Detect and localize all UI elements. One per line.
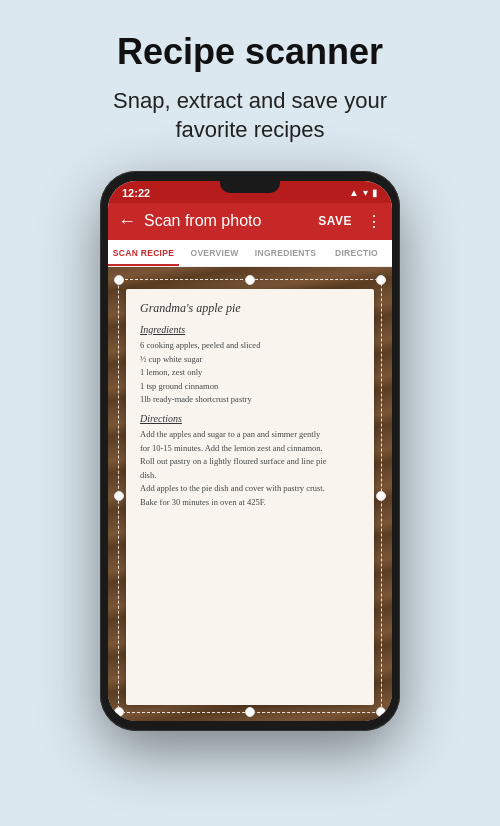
status-icons: ▲ ▾ ▮ (349, 187, 378, 198)
corner-handle-tl[interactable] (114, 275, 124, 285)
more-menu-button[interactable]: ⋮ (366, 212, 382, 231)
corner-handle-ml[interactable] (114, 491, 124, 501)
wifi-icon: ▾ (363, 187, 368, 198)
tab-ingredients[interactable]: INGREDIENTS (250, 240, 321, 266)
tab-scan-recipe[interactable]: SCAN RECIPE (108, 240, 179, 266)
phone-mockup: 12:22 ▲ ▾ ▮ ← Scan from photo SAVE ⋮ SCA… (100, 171, 400, 731)
corner-handle-bl[interactable] (114, 707, 124, 717)
scan-area: Grandma's apple pie Ingredients 6 cookin… (108, 267, 392, 721)
page-title: Recipe scanner (113, 32, 387, 72)
app-bar: ← Scan from photo SAVE ⋮ (108, 203, 392, 240)
phone-notch (220, 181, 280, 193)
tabs-bar: SCAN RECIPE OVERVIEW INGREDIENTS DIRECTI… (108, 240, 392, 267)
back-button[interactable]: ← (118, 211, 136, 232)
tab-directions[interactable]: DIRECTIO (321, 240, 392, 266)
status-time: 12:22 (122, 187, 150, 199)
page-subtitle: Snap, extract and save your favorite rec… (113, 86, 387, 145)
save-button[interactable]: SAVE (318, 214, 352, 228)
phone-screen: 12:22 ▲ ▾ ▮ ← Scan from photo SAVE ⋮ SCA… (108, 181, 392, 721)
corner-handle-tr[interactable] (376, 275, 386, 285)
battery-icon: ▮ (372, 187, 378, 198)
app-bar-title: Scan from photo (144, 212, 310, 230)
scan-overlay (118, 279, 382, 713)
corner-handle-bm[interactable] (245, 707, 255, 717)
corner-handle-br[interactable] (376, 707, 386, 717)
corner-handle-tm[interactable] (245, 275, 255, 285)
corner-handle-mr[interactable] (376, 491, 386, 501)
signal-icon: ▲ (349, 187, 359, 198)
tab-overview[interactable]: OVERVIEW (179, 240, 250, 266)
phone-body: 12:22 ▲ ▾ ▮ ← Scan from photo SAVE ⋮ SCA… (100, 171, 400, 731)
header-section: Recipe scanner Snap, extract and save yo… (89, 0, 411, 161)
